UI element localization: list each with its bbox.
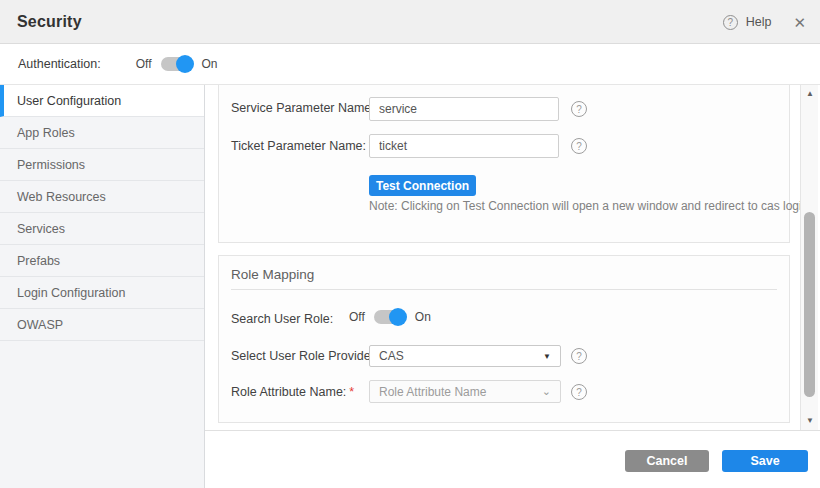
service-parameter-help-icon[interactable]: ? xyxy=(571,101,587,117)
ticket-parameter-label-text: Ticket Parameter Name: xyxy=(231,139,366,153)
role-attribute-label: Role Attribute Name:* xyxy=(231,385,354,399)
cas-config-panel: Service Parameter Name:* ? Ticket Parame… xyxy=(218,85,790,243)
scroll-up-icon[interactable]: ▲ xyxy=(801,87,819,101)
role-mapping-panel: Role Mapping Search User Role: Off On Se… xyxy=(218,255,790,423)
section-divider xyxy=(231,289,777,290)
toggle-knob xyxy=(176,55,194,73)
role-provider-select[interactable]: CAS ▼ xyxy=(369,345,561,367)
sidebar-item-label: Web Resources xyxy=(17,190,106,204)
required-asterisk: * xyxy=(349,385,354,399)
close-icon[interactable]: ✕ xyxy=(793,15,806,30)
sidebar: User ConfigurationApp RolesPermissionsWe… xyxy=(0,85,205,488)
header-actions: ? Help ✕ xyxy=(723,0,806,44)
save-button[interactable]: Save xyxy=(722,450,808,472)
search-user-role-label: Search User Role: xyxy=(231,312,333,326)
test-connection-button[interactable]: Test Connection xyxy=(369,175,476,196)
authentication-toggle-group: Off On xyxy=(136,56,218,72)
sidebar-item-services[interactable]: Services xyxy=(0,213,204,245)
service-parameter-input[interactable] xyxy=(369,97,559,121)
test-connection-note: Note: Clicking on Test Connection will o… xyxy=(369,199,808,213)
sidebar-item-web-resources[interactable]: Web Resources xyxy=(0,181,204,213)
service-parameter-label: Service Parameter Name:* xyxy=(231,101,383,115)
sidebar-item-login-configuration[interactable]: Login Configuration xyxy=(0,277,204,309)
security-dialog: Security ? Help ✕ Authentication: Off On… xyxy=(0,0,820,488)
help-link[interactable]: Help xyxy=(746,15,772,29)
sidebar-item-user-configuration[interactable]: User Configuration xyxy=(0,85,204,117)
toggle-knob xyxy=(389,308,407,326)
authentication-toggle[interactable] xyxy=(161,56,193,72)
sidebar-item-permissions[interactable]: Permissions xyxy=(0,149,204,181)
dropdown-caret-icon: ▼ xyxy=(543,352,551,361)
search-user-role-on-label: On xyxy=(415,310,431,324)
role-provider-label: Select User Role Provider: xyxy=(231,349,378,363)
vertical-scrollbar[interactable]: ▲ ▼ xyxy=(800,85,818,430)
ticket-parameter-label: Ticket Parameter Name:* xyxy=(231,139,374,153)
ticket-parameter-input[interactable] xyxy=(369,134,559,158)
authentication-off-label: Off xyxy=(136,57,152,71)
cancel-button[interactable]: Cancel xyxy=(625,450,709,472)
sidebar-item-label: User Configuration xyxy=(17,94,121,108)
sidebar-item-label: Login Configuration xyxy=(17,286,125,300)
footer-divider xyxy=(205,430,820,431)
scroll-down-icon[interactable]: ▼ xyxy=(801,414,819,428)
search-user-role-toggle[interactable] xyxy=(374,309,406,325)
authentication-bar: Authentication: Off On xyxy=(0,44,820,85)
sidebar-item-label: App Roles xyxy=(17,126,75,140)
sidebar-item-label: Services xyxy=(17,222,65,236)
search-user-role-toggle-group: Off On xyxy=(349,309,431,325)
authentication-label: Authentication: xyxy=(18,57,101,71)
sidebar-item-prefabs[interactable]: Prefabs xyxy=(0,245,204,277)
role-provider-value: CAS xyxy=(379,349,543,363)
dialog-header: Security ? Help ✕ xyxy=(0,0,820,44)
page-title: Security xyxy=(17,13,82,31)
scrollbar-thumb[interactable] xyxy=(804,212,815,397)
role-attribute-label-text: Role Attribute Name: xyxy=(231,385,346,399)
sidebar-item-label: Permissions xyxy=(17,158,85,172)
chevron-down-icon: ⌄ xyxy=(542,386,551,397)
role-attribute-help-icon[interactable]: ? xyxy=(571,384,587,400)
sidebar-item-label: Prefabs xyxy=(17,254,60,268)
search-user-role-off-label: Off xyxy=(349,310,365,324)
role-attribute-placeholder: Role Attribute Name xyxy=(379,385,542,399)
sidebar-item-label: OWASP xyxy=(17,318,63,332)
ticket-parameter-help-icon[interactable]: ? xyxy=(571,138,587,154)
help-icon[interactable]: ? xyxy=(723,15,738,30)
sidebar-item-owasp[interactable]: OWASP xyxy=(0,309,204,341)
sidebar-item-app-roles[interactable]: App Roles xyxy=(0,117,204,149)
role-mapping-title: Role Mapping xyxy=(231,267,314,282)
authentication-on-label: On xyxy=(202,57,218,71)
service-parameter-label-text: Service Parameter Name: xyxy=(231,101,375,115)
role-provider-help-icon[interactable]: ? xyxy=(571,348,587,364)
role-attribute-combobox[interactable]: Role Attribute Name ⌄ xyxy=(369,380,561,403)
